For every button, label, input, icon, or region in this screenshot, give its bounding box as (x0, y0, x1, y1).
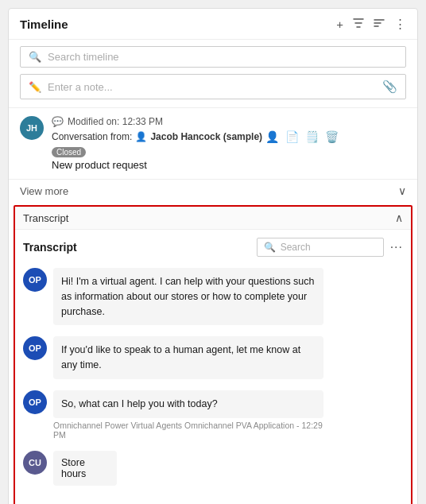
header-icon-group: + ⋮ (336, 17, 406, 31)
sort-icon[interactable] (374, 17, 385, 31)
chat-message: OP Hi! I'm a virtual agent. I can help w… (23, 268, 403, 325)
transcript-section: Transcript ∧ Transcript 🔍 ··· OP (14, 205, 412, 504)
chevron-down-icon: ∨ (398, 184, 406, 197)
timeline-search-bar[interactable]: 🔍 (20, 46, 406, 68)
delete-icon[interactable]: 🗑️ (325, 130, 339, 143)
message-icon: 💬 (52, 116, 64, 127)
transcript-header-bar: Transcript ∧ (15, 207, 411, 230)
status-badge: Closed (52, 147, 86, 157)
add-icon[interactable]: + (336, 17, 343, 31)
note-bar[interactable]: ✏️ 📎 (20, 74, 406, 99)
attachment-icon[interactable]: 📎 (382, 79, 397, 94)
conversation-subject: New product request (52, 159, 406, 171)
user-icon: 👤 (135, 131, 147, 142)
copy-icon[interactable]: 📄 (285, 130, 299, 143)
conversation-from: Conversation from: 👤 Jacob Hancock (samp… (52, 130, 406, 143)
chat-bubble: So, what can I help you with today? (53, 390, 323, 418)
filter-icon[interactable] (353, 17, 364, 31)
transcript-inner-header: Transcript 🔍 ··· (23, 238, 403, 257)
contact-name: Jacob Hancock (sample) (150, 131, 262, 142)
transcript-more-icon[interactable]: ··· (390, 240, 403, 254)
more-options-icon[interactable]: ⋮ (394, 17, 406, 31)
conversation-details: 💬 Modified on: 12:33 PM Conversation fro… (52, 116, 406, 171)
panel-header: Timeline + ⋮ (9, 9, 417, 40)
panel-title: Timeline (20, 17, 68, 31)
timeline-search-input[interactable] (48, 51, 397, 63)
assign-icon[interactable]: 👤 (265, 130, 279, 143)
message-content: Store hours (53, 451, 403, 486)
message-footer: Omnichannel Power Virtual Agents Omnicha… (53, 421, 323, 440)
transcript-content: Transcript 🔍 ··· OP Hi! I'm a virtual ag… (15, 230, 411, 504)
bot-avatar: OP (23, 390, 47, 414)
transcript-inner-title: Transcript (23, 241, 77, 254)
conversation-actions: 👤 📄 🗒️ 🗑️ (265, 130, 339, 143)
transcript-section-label: Transcript (23, 212, 68, 224)
transcript-search-input[interactable] (281, 242, 377, 253)
transcript-search-bar[interactable]: 🔍 (257, 238, 384, 257)
view-more-row[interactable]: View more ∨ (9, 179, 417, 202)
chat-message: OP So, what can I help you with today? O… (23, 390, 403, 440)
chat-message: CU Store hours (23, 451, 403, 486)
chat-bubble: Hi! I'm a virtual agent. I can help with… (53, 268, 323, 325)
conversation-entry: JH 💬 Modified on: 12:33 PM Conversation … (9, 107, 417, 179)
search-icon: 🔍 (29, 51, 41, 63)
bot-avatar: OP (23, 336, 47, 360)
chat-bubble: Store hours (53, 451, 117, 486)
transcript-search-icon: 🔍 (264, 242, 276, 253)
collapse-icon[interactable]: ∧ (395, 211, 403, 224)
bot-avatar: OP (23, 268, 47, 292)
pencil-icon: ✏️ (29, 81, 41, 93)
chat-bubble: If you'd like to speak to a human agent,… (53, 336, 323, 379)
message-content: Hi! I'm a virtual agent. I can help with… (53, 268, 403, 325)
timeline-panel: Timeline + ⋮ 🔍 ✏️ 📎 JH (8, 8, 418, 504)
note-input[interactable] (48, 81, 376, 93)
avatar: JH (20, 116, 44, 140)
chat-message: OP If you'd like to speak to a human age… (23, 336, 403, 379)
view-more-label: View more (20, 185, 68, 197)
edit-icon[interactable]: 🗒️ (305, 130, 319, 143)
conversation-meta: 💬 Modified on: 12:33 PM (52, 116, 406, 127)
message-content: If you'd like to speak to a human agent,… (53, 336, 403, 379)
customer-avatar: CU (23, 451, 47, 475)
message-content: So, what can I help you with today? Omni… (53, 390, 403, 440)
